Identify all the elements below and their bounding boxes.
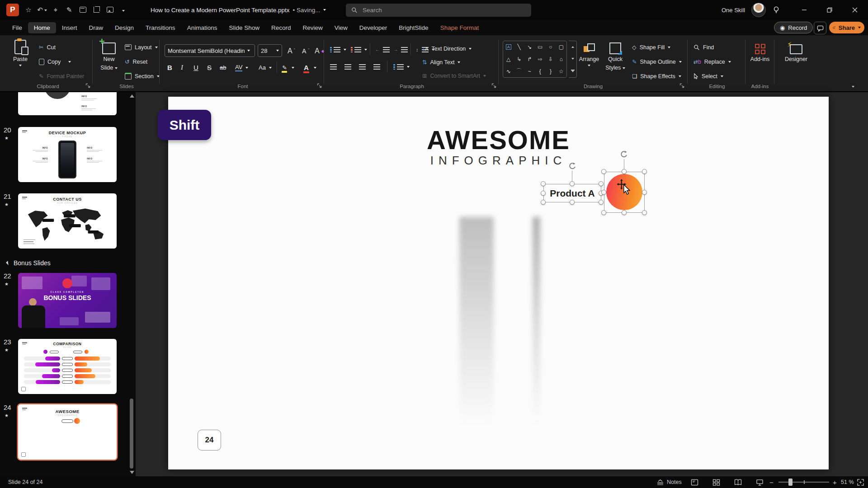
qat-overflow-chevron-icon[interactable] [117, 6, 130, 14]
clipboard-dialog-launcher[interactable] [85, 83, 90, 88]
tab-slide-show[interactable]: Slide Show [223, 22, 265, 33]
section-header-bonus-slides[interactable]: Bonus Slides [6, 259, 51, 267]
columns-button[interactable] [392, 61, 411, 73]
section-expander-icon[interactable] [6, 261, 10, 265]
favorites-star-icon[interactable]: ☆ [22, 6, 35, 14]
slide-page-number[interactable]: 24 [198, 430, 221, 450]
align-left-button[interactable] [328, 61, 339, 73]
resize-handle[interactable] [622, 169, 627, 174]
comments-button[interactable] [814, 22, 826, 34]
thumbnail-slide-21[interactable]: CONTACT US OUR OFFICES [18, 193, 117, 249]
resize-handle[interactable] [599, 200, 604, 205]
shape-triangle-icon[interactable]: △ [506, 56, 510, 62]
change-case-button[interactable]: Aa [257, 61, 274, 74]
increase-indent-button[interactable]: → [392, 43, 410, 56]
scroll-up-arrow[interactable] [130, 94, 134, 98]
bold-button[interactable]: B [165, 61, 174, 74]
arrange-button[interactable]: Arrange [576, 39, 602, 66]
position-icon[interactable]: ⌖ [49, 6, 62, 14]
tab-record[interactable]: Record [265, 22, 297, 33]
scrollbar-thumb[interactable] [130, 399, 133, 469]
resize-handle[interactable] [622, 210, 627, 215]
picture-icon[interactable] [103, 6, 117, 14]
underline-button[interactable]: U [192, 61, 200, 74]
search-bar[interactable] [346, 4, 531, 17]
tab-view[interactable]: View [329, 22, 354, 33]
new-slide-button[interactable]: New Slide [96, 39, 122, 71]
record-button[interactable]: ◉ Record [774, 22, 813, 33]
shape-star-icon[interactable]: ☆ [559, 68, 564, 75]
shape-arc-icon[interactable]: ⌒ [516, 67, 522, 75]
resize-handle[interactable] [570, 200, 575, 205]
shape-textbox-icon[interactable]: A [506, 44, 511, 50]
zoom-out-button[interactable]: − [769, 476, 774, 488]
character-spacing-button[interactable]: AV [233, 61, 250, 74]
tab-review[interactable]: Review [297, 22, 329, 33]
gallery-scroll-down-icon[interactable] [571, 58, 574, 60]
rotate-handle-icon[interactable] [619, 150, 628, 159]
shape-arrow-icon[interactable]: ↘ [527, 44, 532, 50]
shape-rounded-rect-icon[interactable]: ▢ [559, 44, 564, 50]
rotate-handle-icon[interactable] [568, 162, 577, 171]
zoom-slider[interactable] [778, 476, 829, 488]
format-painter-button[interactable]: ✎ Format Painter [37, 70, 86, 82]
font-name-combo[interactable]: Montserrat SemiBold (Headin [165, 44, 255, 57]
section-button[interactable]: Section [123, 70, 161, 82]
shape-gallery[interactable]: A ╲ ↘ ▭ ○ ▢ △ ↳ ↱ ⇨ ⇩ ⌂ ∿ ⌒ ~ { } ☆ [503, 41, 567, 78]
view-normal-button[interactable] [691, 476, 698, 488]
shape-down-arrow-icon[interactable]: ⇩ [548, 56, 553, 62]
strikethrough-s-button[interactable]: S [205, 61, 213, 74]
view-reading-button[interactable] [734, 476, 742, 488]
resize-handle[interactable] [642, 169, 647, 174]
align-right-button[interactable] [357, 61, 368, 73]
resize-handle[interactable] [541, 181, 546, 186]
pin-board-icon[interactable] [76, 6, 90, 14]
copy-button[interactable]: Copy [37, 56, 73, 68]
bullets-button[interactable] [328, 43, 348, 56]
slide-title[interactable]: AWESOME [168, 125, 829, 155]
find-button[interactable]: Find [692, 41, 716, 53]
paragraph-dialog-launcher[interactable] [491, 83, 496, 88]
paste-button[interactable]: Paste [7, 39, 33, 66]
tab-transitions[interactable]: Transitions [140, 22, 181, 33]
scroll-down-arrow[interactable] [130, 471, 134, 474]
tab-developer[interactable]: Developer [354, 22, 393, 33]
resize-handle[interactable] [642, 190, 647, 195]
zoom-level[interactable]: 51 % [841, 476, 854, 488]
document-title[interactable]: How to Create a Modern PowerPoint Templa… [151, 0, 326, 20]
resize-handle[interactable] [541, 200, 546, 205]
strikethrough-button[interactable]: ab [218, 61, 228, 74]
justify-button[interactable] [372, 61, 382, 73]
view-slide-sorter-button[interactable] [712, 476, 720, 488]
shape-right-arrow-icon[interactable]: ⇨ [538, 56, 542, 62]
gallery-more-icon[interactable] [571, 70, 575, 72]
cut-button[interactable]: ✂ Cut [37, 41, 57, 53]
shape-oval-icon[interactable]: ○ [549, 44, 552, 50]
tab-design[interactable]: Design [109, 22, 140, 33]
align-text-button[interactable]: ⇅ Align Text [420, 56, 462, 68]
search-input[interactable] [362, 6, 526, 14]
increase-font-button[interactable]: Aˆ [286, 45, 297, 57]
highlight-color-button[interactable]: ✎ [280, 61, 296, 74]
resize-handle[interactable] [570, 181, 575, 186]
resize-handle[interactable] [599, 181, 604, 186]
shape-curve-icon[interactable]: ~ [528, 68, 531, 75]
notes-button[interactable]: Notes [656, 476, 682, 488]
numbering-button[interactable] [349, 43, 369, 56]
layout-button[interactable]: Layout [123, 41, 160, 53]
thumbnail-partial[interactable]: INFO INFO [18, 92, 117, 115]
font-dialog-launcher[interactable] [317, 83, 322, 88]
shape-elbow-icon[interactable]: ↳ [517, 56, 521, 62]
font-size-combo[interactable]: 28 [258, 44, 282, 57]
resize-handle[interactable] [601, 169, 606, 174]
select-button[interactable]: Select [692, 70, 725, 82]
format-painter-pen-icon[interactable]: ✎ [62, 6, 76, 14]
user-name[interactable]: One Skill [722, 7, 745, 14]
close-button[interactable] [847, 0, 863, 20]
tab-insert[interactable]: Insert [56, 22, 83, 33]
replace-button[interactable]: ⇄b Replace [692, 56, 733, 68]
shape-fill-button[interactable]: ◇ Shape Fill [630, 41, 672, 53]
shape-line-icon[interactable]: ╲ [517, 44, 520, 50]
drawing-dialog-launcher[interactable] [679, 83, 684, 88]
shape-scribble-icon[interactable]: ∿ [506, 68, 511, 75]
